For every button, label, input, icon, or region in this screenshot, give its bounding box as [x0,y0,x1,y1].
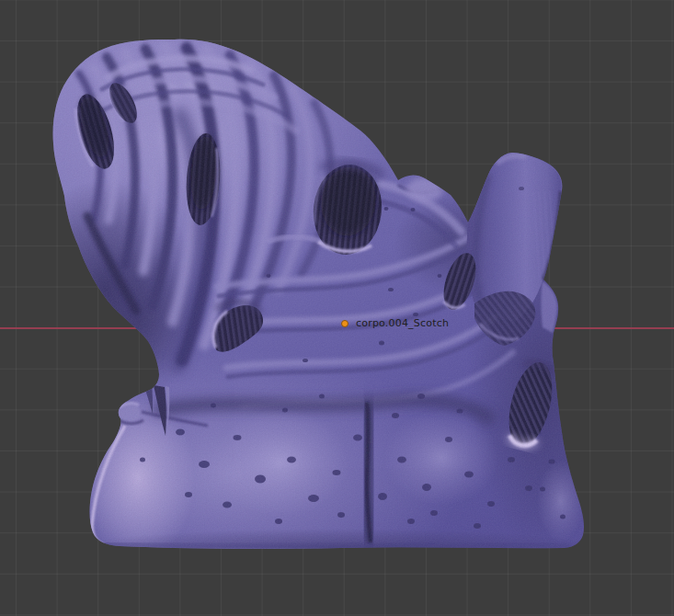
object-origin-icon [341,320,348,327]
surface-grain [37,28,588,561]
3d-viewport[interactable]: corpo.004_Scotch [0,0,674,616]
sculpted-model[interactable] [0,0,674,616]
object-name-label: corpo.004_Scotch [356,317,449,329]
